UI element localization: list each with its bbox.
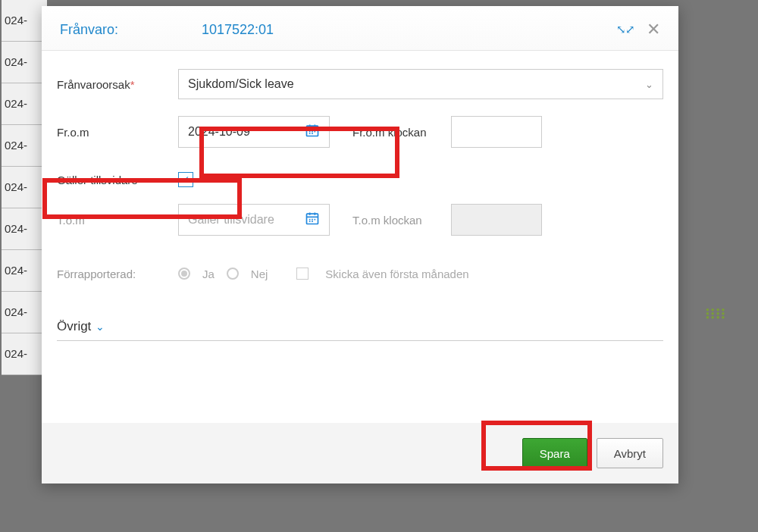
to-date-placeholder: Gäller tillsvidare	[188, 213, 274, 227]
modal-id: 1017522:01	[202, 22, 274, 38]
from-time-label: Fr.o.m klockan	[352, 126, 451, 139]
from-date-value: 2024-10-09	[188, 125, 250, 139]
bg-row: 024-	[2, 167, 47, 208]
calendar-icon[interactable]	[305, 123, 320, 142]
bg-row: 024-	[2, 42, 47, 83]
ovrigt-label: Övrigt	[57, 319, 91, 334]
from-label: Fr.o.m	[57, 126, 178, 139]
bg-row: 024-	[2, 333, 47, 375]
from-time-input[interactable]	[451, 116, 542, 148]
from-date-input[interactable]: 2024-10-09	[178, 116, 330, 148]
send-first-month-label: Skicka även första månaden	[325, 268, 468, 280]
row-from: Fr.o.m 2024-10-09 Fr.o.m klockan	[57, 116, 663, 148]
chevron-down-icon: ⌄	[645, 79, 653, 90]
modal-title: Frånvaro:	[60, 22, 118, 38]
modal-footer: Spara Avbryt	[42, 423, 678, 483]
radio-nej-label: Nej	[251, 268, 268, 280]
row-to: T.o.m Gäller tillsvidare T.o.m klockan	[57, 204, 663, 236]
reason-value: Sjukdom/Sick leave	[188, 77, 294, 91]
svg-rect-9	[307, 214, 318, 224]
to-label: T.o.m	[57, 214, 178, 227]
radio-ja-label: Ja	[202, 268, 215, 280]
to-time-label: T.o.m klockan	[352, 214, 451, 227]
chevron-down-icon: ⌄	[96, 321, 105, 333]
ovrigt-section[interactable]: Övrigt ⌄	[57, 319, 663, 341]
bg-row: 024-	[2, 125, 47, 167]
close-icon[interactable]: ✕	[647, 20, 660, 39]
bg-row: 024-	[2, 208, 47, 250]
row-reason: Frånvaroorsak* Sjukdom/Sick leave ⌄	[57, 69, 663, 99]
forrapporterad-label: Förrapporterad:	[57, 268, 178, 280]
bg-row: 024-	[2, 0, 47, 42]
header-actions: ⤡⤢ ✕	[616, 20, 660, 39]
reason-label: Frånvaroorsak*	[57, 78, 178, 91]
radio-nej	[227, 268, 239, 280]
drag-handle-icon[interactable]: ●●●●●●●●●●●●	[706, 308, 718, 323]
row-tillsvidare: Gäller tillsvidare ✓	[57, 164, 663, 195]
tillsvidare-label: Gäller tillsvidare	[57, 174, 178, 186]
to-date-input: Gäller tillsvidare	[178, 204, 330, 236]
calendar-icon	[305, 211, 320, 230]
row-forrapporterad: Förrapporterad: Ja Nej Skicka även först…	[57, 258, 663, 289]
bg-row: 024-	[2, 250, 47, 292]
radio-ja	[178, 268, 190, 280]
expand-icon[interactable]: ⤡⤢	[616, 23, 634, 36]
modal-body: Frånvaroorsak* Sjukdom/Sick leave ⌄ Fr.o…	[42, 51, 678, 349]
bg-row: 024-	[2, 83, 47, 125]
absence-modal: Frånvaro: 1017522:01 ⤡⤢ ✕ Frånvaroorsak*…	[42, 6, 678, 483]
background-list: 024- 024- 024- 024- 024- 024- 024- 024- …	[2, 0, 47, 375]
bg-row: 024-	[2, 292, 47, 333]
modal-header: Frånvaro: 1017522:01 ⤡⤢ ✕	[42, 6, 678, 51]
save-button[interactable]: Spara	[522, 438, 587, 468]
reason-select[interactable]: Sjukdom/Sick leave ⌄	[178, 69, 663, 99]
forrapporterad-radios: Ja Nej Skicka även första månaden	[178, 268, 469, 280]
to-time-input	[451, 204, 542, 236]
send-first-month-checkbox	[296, 268, 309, 280]
tillsvidare-checkbox[interactable]: ✓	[178, 172, 193, 187]
cancel-button[interactable]: Avbryt	[597, 438, 663, 468]
required-mark: *	[130, 78, 135, 91]
